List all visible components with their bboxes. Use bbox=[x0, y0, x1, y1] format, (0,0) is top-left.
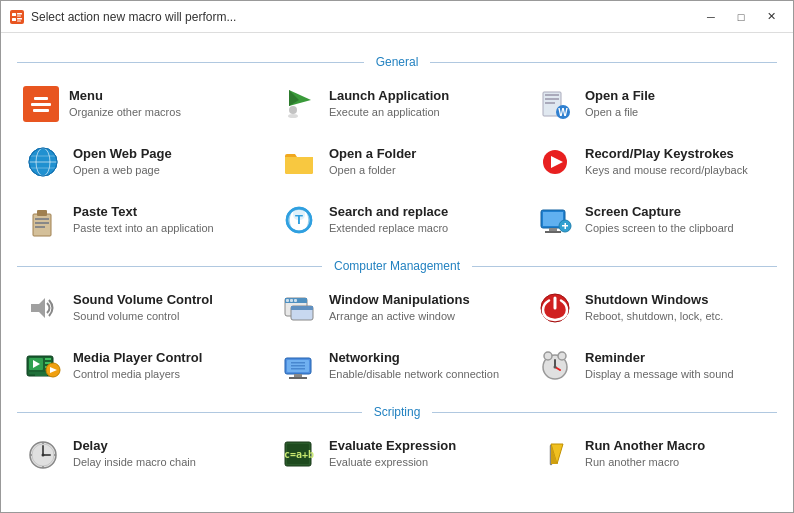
sound-item[interactable]: Sound Volume Control Sound volume contro… bbox=[17, 281, 265, 335]
paste-desc: Paste text into an application bbox=[73, 221, 214, 235]
openfile-desc: Open a file bbox=[585, 105, 655, 119]
winmanip-text: Window Manipulations Arrange an active w… bbox=[329, 292, 470, 323]
svg-point-76 bbox=[42, 454, 45, 457]
minimize-button[interactable]: ─ bbox=[697, 7, 725, 27]
launch-icon bbox=[279, 84, 319, 124]
reminder-icon bbox=[535, 346, 575, 386]
window-icon bbox=[279, 288, 319, 328]
paste-item[interactable]: Paste Text Paste text into an applicatio… bbox=[17, 193, 265, 247]
delay-desc: Delay inside macro chain bbox=[73, 455, 196, 469]
svg-rect-36 bbox=[545, 231, 561, 233]
title-bar: Select action new macro will perform... … bbox=[1, 1, 793, 33]
network-item[interactable]: Networking Enable/disable network connec… bbox=[273, 339, 521, 393]
searchreplace-text: Search and replace Extended replace macr… bbox=[329, 204, 448, 235]
screencap-icon bbox=[535, 200, 575, 240]
shutdown-desc: Reboot, shutdown, lock, etc. bbox=[585, 309, 723, 323]
delay-title: Delay bbox=[73, 438, 196, 455]
shutdown-icon bbox=[535, 288, 575, 328]
globe-icon bbox=[23, 142, 63, 182]
computer-items-grid: Sound Volume Control Sound volume contro… bbox=[17, 281, 777, 393]
svg-rect-25 bbox=[33, 214, 51, 236]
reminder-title: Reminder bbox=[585, 350, 734, 367]
webpage-item[interactable]: Open Web Page Open a web page bbox=[17, 135, 265, 189]
delay-icon bbox=[23, 434, 63, 474]
app-icon bbox=[9, 9, 25, 25]
svg-rect-29 bbox=[35, 226, 45, 228]
maximize-button[interactable]: □ bbox=[727, 7, 755, 27]
launch-item[interactable]: Launch Application Execute an applicatio… bbox=[273, 77, 521, 131]
openfile-item[interactable]: W Open a File Open a file bbox=[529, 77, 777, 131]
winmanip-desc: Arrange an active window bbox=[329, 309, 470, 323]
menu-text: Menu Organize other macros bbox=[69, 88, 181, 119]
menu-title: Menu bbox=[69, 88, 181, 105]
eval-icon: c=a+b bbox=[279, 434, 319, 474]
media-desc: Control media players bbox=[73, 367, 202, 381]
delay-item[interactable]: Delay Delay inside macro chain bbox=[17, 427, 265, 481]
folder-desc: Open a folder bbox=[329, 163, 416, 177]
runmacro-text: Run Another Macro Run another macro bbox=[585, 438, 705, 469]
searchreplace-desc: Extended replace macro bbox=[329, 221, 448, 235]
svg-marker-40 bbox=[31, 298, 45, 318]
screencap-title: Screen Capture bbox=[585, 204, 734, 221]
paste-icon bbox=[23, 200, 63, 240]
svg-text:T: T bbox=[295, 212, 303, 227]
launch-title: Launch Application bbox=[329, 88, 449, 105]
scripting-label: Scripting bbox=[362, 405, 433, 419]
svg-rect-13 bbox=[545, 98, 559, 100]
shutdown-text: Shutdown Windows Reboot, shutdown, lock,… bbox=[585, 292, 723, 323]
webpage-text: Open Web Page Open a web page bbox=[73, 146, 172, 177]
shutdown-item[interactable]: Shutdown Windows Reboot, shutdown, lock,… bbox=[529, 281, 777, 335]
record-title: Record/Play Keystrokes bbox=[585, 146, 748, 163]
sound-desc: Sound volume control bbox=[73, 309, 213, 323]
media-text: Media Player Control Control media playe… bbox=[73, 350, 202, 381]
svg-rect-5 bbox=[17, 18, 22, 20]
section-line-right bbox=[430, 62, 777, 63]
webpage-desc: Open a web page bbox=[73, 163, 172, 177]
close-button[interactable]: ✕ bbox=[757, 7, 785, 27]
record-icon bbox=[535, 142, 575, 182]
network-icon bbox=[279, 346, 319, 386]
general-items-grid: Menu Organize other macros Launch Applic… bbox=[17, 77, 777, 247]
runmacro-item[interactable]: Run Another Macro Run another macro bbox=[529, 427, 777, 481]
svg-rect-56 bbox=[35, 374, 47, 376]
menu-icon bbox=[23, 86, 59, 122]
svg-rect-0 bbox=[10, 10, 24, 24]
svg-point-67 bbox=[544, 352, 552, 360]
section-line-right2 bbox=[472, 266, 777, 267]
menu-item[interactable]: Menu Organize other macros bbox=[17, 77, 265, 131]
searchreplace-item[interactable]: T Search and replace Extended replace ma… bbox=[273, 193, 521, 247]
folder-icon bbox=[279, 142, 319, 182]
svg-rect-14 bbox=[545, 102, 555, 104]
folder-item[interactable]: Open a Folder Open a folder bbox=[273, 135, 521, 189]
runmacro-desc: Run another macro bbox=[585, 455, 705, 469]
runmacro-title: Run Another Macro bbox=[585, 438, 705, 455]
section-line-left3 bbox=[17, 412, 362, 413]
media-item[interactable]: Media Player Control Control media playe… bbox=[17, 339, 265, 393]
winmanip-title: Window Manipulations bbox=[329, 292, 470, 309]
computer-label: Computer Management bbox=[322, 259, 472, 273]
sound-icon bbox=[23, 288, 63, 328]
winmanip-item[interactable]: Window Manipulations Arrange an active w… bbox=[273, 281, 521, 335]
svg-rect-47 bbox=[291, 306, 313, 310]
content-area: General Menu Organize other macros bbox=[1, 33, 793, 512]
delay-text: Delay Delay inside macro chain bbox=[73, 438, 196, 469]
reminder-desc: Display a message with sound bbox=[585, 367, 734, 381]
eval-title: Evaluate Expression bbox=[329, 438, 456, 455]
scripting-items-grid: Delay Delay inside macro chain c=a+b Eva… bbox=[17, 427, 777, 481]
launch-desc: Execute an application bbox=[329, 105, 449, 119]
screencap-item[interactable]: Screen Capture Copies screen to the clip… bbox=[529, 193, 777, 247]
general-section-header: General bbox=[17, 55, 777, 69]
record-item[interactable]: Record/Play Keystrokes Keys and mouse re… bbox=[529, 135, 777, 189]
svg-rect-26 bbox=[37, 210, 47, 216]
svg-rect-6 bbox=[17, 20, 21, 21]
window-controls: ─ □ ✕ bbox=[697, 7, 785, 27]
record-desc: Keys and mouse record/playback bbox=[585, 163, 748, 177]
svg-rect-62 bbox=[289, 377, 307, 379]
svg-text:c=a+b: c=a+b bbox=[284, 449, 314, 460]
eval-desc: Evaluate expression bbox=[329, 455, 456, 469]
eval-item[interactable]: c=a+b Evaluate Expression Evaluate expre… bbox=[273, 427, 521, 481]
network-text: Networking Enable/disable network connec… bbox=[329, 350, 499, 381]
reminder-text: Reminder Display a message with sound bbox=[585, 350, 734, 381]
svg-rect-63 bbox=[291, 362, 305, 364]
reminder-item[interactable]: Reminder Display a message with sound bbox=[529, 339, 777, 393]
